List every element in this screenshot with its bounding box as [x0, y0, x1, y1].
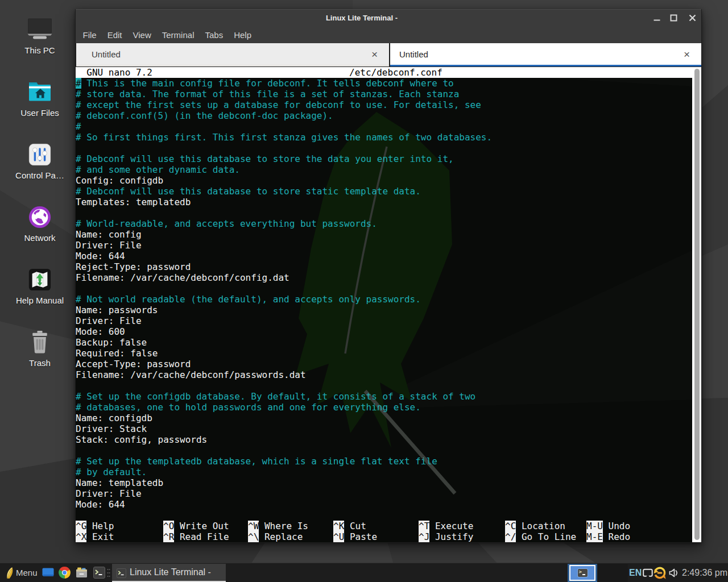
nano-shortcut-help: ^G Help	[76, 521, 114, 531]
terminal-launcher[interactable]	[92, 563, 106, 582]
desktop-icon-this-pc[interactable]: This PC	[13, 15, 67, 55]
nano-line: Name: configdb	[76, 413, 692, 423]
nano-shortcut-paste: ^U Paste	[333, 531, 377, 542]
nano-line: Driver: File	[76, 240, 692, 251]
desktop-icon-help-manual[interactable]: Help Manual	[13, 265, 67, 305]
show-desktop-button[interactable]	[41, 563, 55, 582]
nano-shortcut-key: ^\	[248, 531, 259, 542]
speaker-icon	[669, 568, 680, 577]
workspace-switcher-active[interactable]	[568, 564, 597, 582]
maximize-button[interactable]	[666, 9, 681, 27]
tab-label: Untitled	[92, 43, 121, 65]
taskbar: Menu Linux Lite Terminal - EN	[0, 563, 728, 582]
nano-line: # Not world readable (the default), and …	[76, 294, 692, 305]
menu-terminal[interactable]: Terminal	[156, 28, 200, 41]
updates-tray-icon[interactable]	[652, 563, 667, 582]
file-manager-launcher[interactable]	[75, 563, 88, 582]
nano-line: Stack: config, passwords	[76, 434, 692, 445]
window-titlebar[interactable]: Linux Lite Terminal -	[76, 9, 701, 27]
task-button-label: Linux Lite Terminal -	[130, 564, 211, 581]
desktop-icon-control-pa-[interactable]: Control Pa…	[13, 140, 67, 180]
nano-line: #	[76, 121, 692, 132]
nano-shortcut-key: ^/	[505, 531, 516, 542]
terminal-icon	[93, 567, 105, 579]
tab-untitled-1[interactable]: Untitled ×	[76, 43, 389, 66]
nano-shortcut-replace: ^\ Replace	[248, 531, 303, 542]
nano-shortcut-key: ^J	[419, 531, 429, 542]
chrome-launcher[interactable]	[57, 563, 71, 582]
desktop-icon-label: Control Pa…	[13, 171, 67, 180]
terminal-window: Linux Lite Terminal - FileEditViewTermin…	[75, 9, 702, 543]
display-tray-icon[interactable]	[642, 563, 653, 582]
nano-line: Driver: File	[76, 488, 692, 499]
menu-help[interactable]: Help	[229, 28, 257, 41]
minimize-button[interactable]	[650, 9, 664, 27]
clock[interactable]: 2:49:36 pm	[682, 563, 727, 582]
tab-untitled-2[interactable]: Untitled ×	[390, 43, 701, 66]
menu-bar: FileEditViewTerminalTabsHelp	[76, 27, 701, 43]
workspace-window-preview	[578, 569, 588, 577]
nano-header: GNU nano 7.2/etc/debconf.conf	[76, 67, 692, 78]
nano-shortcut-row: ^G Help^O Write Out^W Where Is^K Cut^T E…	[76, 521, 692, 531]
linux-lite-feather-icon	[3, 567, 15, 579]
menu-file[interactable]: File	[77, 28, 102, 41]
desktop: This PCUser FilesControl Pa…NetworkHelp …	[0, 0, 728, 582]
volume-tray-icon[interactable]	[668, 563, 680, 582]
nano-shortcut-execute: ^T Execute	[419, 521, 473, 531]
control-panel-icon	[13, 140, 67, 169]
nano-shortcut-exit: ^X Exit	[76, 531, 114, 542]
terminal-screen[interactable]: GNU nano 7.2/etc/debconf.conf# This is t…	[76, 67, 701, 542]
nano-shortcut-write-out: ^O Write Out	[163, 521, 229, 531]
nano-line: Mode: 644	[76, 499, 692, 510]
menu-button[interactable]: Menu	[16, 563, 38, 582]
taskbar-grip[interactable]	[107, 568, 110, 578]
workspace-1[interactable]	[569, 565, 595, 581]
nano-line: # This is the main config file for debco…	[76, 78, 692, 89]
close-button[interactable]	[685, 9, 700, 27]
nano-line: Config: configdb	[76, 175, 692, 186]
desktop-icon-label: Trash	[13, 358, 67, 368]
nano-shortcut-key: ^W	[248, 521, 259, 531]
keyboard-layout-indicator[interactable]: EN	[629, 563, 642, 582]
task-button-terminal-icon	[115, 564, 127, 582]
nano-line: # except the first sets up a database fo…	[76, 99, 692, 110]
nano-line: # and some other dynamic data.	[76, 164, 692, 175]
desktop-icon-network[interactable]: Network	[13, 203, 67, 243]
file-cabinet-icon	[76, 567, 88, 578]
workspace-2[interactable]	[597, 564, 628, 582]
nano-shortcut-key: ^G	[76, 521, 86, 531]
tab-close-icon[interactable]: ×	[681, 49, 692, 60]
nano-shortcut-where-is: ^W Where Is	[248, 521, 308, 531]
nano-shortcut-key: M-U	[586, 521, 603, 531]
nano-version: GNU nano 7.2	[76, 67, 152, 78]
scrollbar-thumb[interactable]	[694, 69, 700, 540]
nano-line: Reject-Type: password	[76, 261, 692, 272]
nano-line: # So first things first. This first stan…	[76, 132, 692, 143]
nano-line: Name: templatedb	[76, 477, 692, 488]
terminal-scrollbar[interactable]	[692, 67, 701, 542]
nano-shortcut-key: ^X	[76, 531, 86, 542]
nano-line: Driver: Stack	[76, 423, 692, 434]
nano-shortcut-key: ^C	[505, 521, 516, 531]
nano-line: Filename: /var/cache/debconf/passwords.d…	[76, 369, 692, 380]
show-desktop-icon	[42, 568, 54, 577]
menu-edit[interactable]: Edit	[102, 28, 127, 41]
nano-shortcut-undo: M-U Undo	[586, 521, 630, 531]
nano-line: # Debconf will use this database to stor…	[76, 153, 692, 164]
tab-close-icon[interactable]: ×	[369, 49, 380, 60]
nano-line: # debconf.conf(5) (in the debconf-doc pa…	[76, 110, 692, 121]
task-button-terminal[interactable]: Linux Lite Terminal -	[112, 564, 226, 582]
nano-line: Name: config	[76, 229, 692, 240]
chrome-icon	[59, 567, 71, 579]
window-title: Linux Lite Terminal -	[76, 9, 648, 27]
menu-tabs[interactable]: Tabs	[200, 28, 229, 41]
desktop-icon-trash[interactable]: Trash	[13, 328, 67, 368]
desktop-icon-user-files[interactable]: User Files	[13, 78, 67, 118]
nano-cursor: #	[76, 78, 81, 89]
menu-button-feather-icon[interactable]	[3, 563, 15, 582]
help-manual-icon	[13, 265, 67, 294]
nano-shortcut-key: M-E	[586, 531, 603, 542]
nano-line	[76, 445, 692, 456]
menu-view[interactable]: View	[127, 28, 156, 41]
nano-shortcut-key: ^R	[163, 531, 174, 542]
